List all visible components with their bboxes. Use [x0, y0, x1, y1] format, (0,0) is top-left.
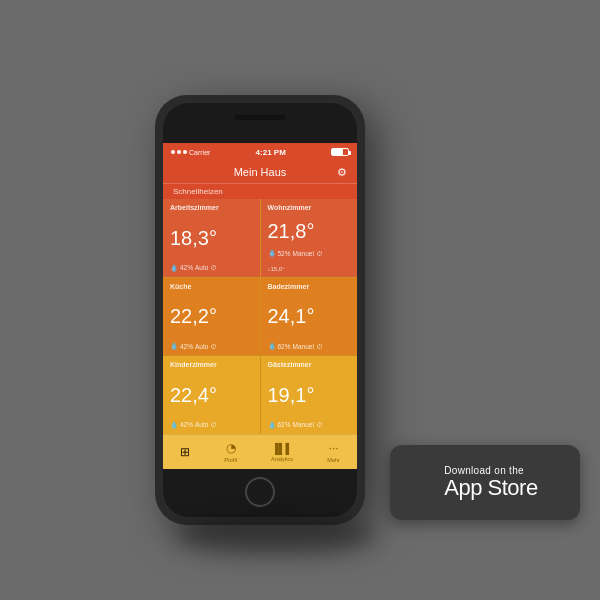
humidity-icon-4: 💧	[268, 342, 276, 350]
room-name-kinderzimmer: Kinderzimmer	[170, 361, 253, 368]
dot3	[183, 150, 187, 154]
nav-analytics-icon: ▐▌▌	[271, 443, 292, 454]
nav-mehr[interactable]: ··· Mehr	[327, 441, 340, 463]
mode-3: Auto	[195, 343, 208, 350]
mode-2: Manuel	[293, 250, 314, 257]
battery-icon	[331, 148, 349, 156]
room-kueche[interactable]: Küche 22,2° 💧 42% Auto ⏱	[163, 278, 260, 356]
nav-profil-label: Profil	[224, 457, 237, 463]
mode-6: Manuel	[293, 421, 314, 428]
humidity-icon-6: 💧	[268, 421, 276, 429]
humidity-icon-5: 💧	[170, 421, 178, 429]
humidity-icon-2: 💧	[268, 249, 276, 257]
dot1	[171, 150, 175, 154]
mode-5: Auto	[195, 421, 208, 428]
room-name-wohnzimmer: Wohnzimmer	[268, 204, 351, 211]
nav-home-icon: ⊞	[180, 445, 190, 459]
mode-4: Manuel	[293, 343, 314, 350]
dot2	[177, 150, 181, 154]
room-info-badezimmer: 💧 62% Manuel ⏱	[268, 342, 351, 350]
phone-speaker	[235, 115, 285, 120]
clock-icon-3: ⏱	[210, 343, 217, 350]
humidity-val-6: 62%	[278, 421, 291, 428]
humidity-val-2: 52%	[278, 250, 291, 257]
nav-mehr-icon: ···	[329, 441, 339, 455]
room-temp-arbeitszimmer: 18,3°	[170, 227, 253, 249]
room-wohnzimmer[interactable]: Wohnzimmer 21,8° 💧 52% Manuel ⏱ ↓15,0°	[261, 199, 358, 277]
clock-icon-4: ⏱	[316, 343, 323, 350]
room-name-badezimmer: Badezimmer	[268, 283, 351, 290]
signal-dots	[171, 150, 187, 154]
nav-analytics[interactable]: ▐▌▌ Analytics	[271, 443, 293, 462]
app-header: Mein Haus ⚙	[163, 161, 357, 183]
room-name-gaestezimmer: Gästezimmer	[268, 361, 351, 368]
phone-screen: Carrier 4:21 PM Mein Haus ⚙ Schnellheize…	[163, 143, 357, 469]
room-temp-kueche: 22,2°	[170, 305, 253, 327]
room-temp-gaestezimmer: 19,1°	[268, 384, 351, 406]
humidity-icon-3: 💧	[170, 342, 178, 350]
nav-profil-icon: ◔	[226, 441, 236, 455]
room-kinderzimmer[interactable]: Kinderzimmer 22,4° 💧 42% Auto ⏱	[163, 356, 260, 434]
room-temp-kinderzimmer: 22,4°	[170, 384, 253, 406]
room-info-kinderzimmer: 💧 42% Auto ⏱	[170, 421, 253, 429]
room-arbeitszimmer[interactable]: Arbeitszimmer 18,3° 💧 42% Auto ⏱	[163, 199, 260, 277]
carrier-label: Carrier	[189, 149, 210, 156]
humidity-val-5: 42%	[180, 421, 193, 428]
room-gaestezimmer[interactable]: Gästezimmer 19,1° 💧 62% Manuel ⏱	[261, 356, 358, 434]
phone-frame: Carrier 4:21 PM Mein Haus ⚙ Schnellheize…	[155, 95, 365, 525]
badge-text-area: Download on the App Store	[444, 465, 537, 500]
room-name-arbeitszimmer: Arbeitszimmer	[170, 204, 253, 211]
nav-home[interactable]: ⊞	[180, 445, 190, 459]
room-badezimmer[interactable]: Badezimmer 24,1° 💧 62% Manuel ⏱	[261, 278, 358, 356]
clock-icon-6: ⏱	[316, 421, 323, 428]
appstore-badge[interactable]: Download on the App Store	[390, 445, 580, 520]
phone-inner: Carrier 4:21 PM Mein Haus ⚙ Schnellheize…	[163, 103, 357, 517]
clock-icon-2: ⏱	[316, 250, 323, 257]
battery-fill	[332, 149, 343, 155]
clock-icon-5: ⏱	[210, 421, 217, 428]
badge-appstore-text: App Store	[444, 476, 537, 500]
quick-heat-bar[interactable]: Schnellheizen	[163, 183, 357, 199]
home-button[interactable]	[245, 477, 275, 507]
app-title: Mein Haus	[234, 166, 287, 178]
room-info-gaestezimmer: 💧 62% Manuel ⏱	[268, 421, 351, 429]
room-extra-wohnzimmer: ↓15,0°	[268, 266, 351, 272]
room-temp-wohnzimmer: 21,8°	[268, 220, 351, 242]
nav-mehr-label: Mehr	[327, 457, 340, 463]
nav-profil[interactable]: ◔ Profil	[224, 441, 237, 463]
room-info-kueche: 💧 42% Auto ⏱	[170, 342, 253, 350]
room-temp-badezimmer: 24,1°	[268, 305, 351, 327]
humidity-val-4: 62%	[278, 343, 291, 350]
status-time: 4:21 PM	[256, 148, 286, 157]
status-bar: Carrier 4:21 PM	[163, 143, 357, 161]
humidity-icon-1: 💧	[170, 264, 178, 272]
nav-analytics-label: Analytics	[271, 456, 293, 462]
settings-icon[interactable]: ⚙	[337, 166, 347, 179]
humidity-val-3: 42%	[180, 343, 193, 350]
room-name-kueche: Küche	[170, 283, 253, 290]
room-info-arbeitszimmer: 💧 42% Auto ⏱	[170, 264, 253, 272]
mode-1: Auto	[195, 264, 208, 271]
humidity-val-1: 42%	[180, 264, 193, 271]
room-info-wohnzimmer: 💧 52% Manuel ⏱	[268, 249, 351, 257]
signal-area: Carrier	[171, 149, 210, 156]
rooms-grid: Arbeitszimmer 18,3° 💧 42% Auto ⏱ Wohnzim…	[163, 199, 357, 434]
clock-icon-1: ⏱	[210, 264, 217, 271]
bottom-nav: ⊞ ◔ Profil ▐▌▌ Analytics ··· Mehr	[163, 434, 357, 469]
